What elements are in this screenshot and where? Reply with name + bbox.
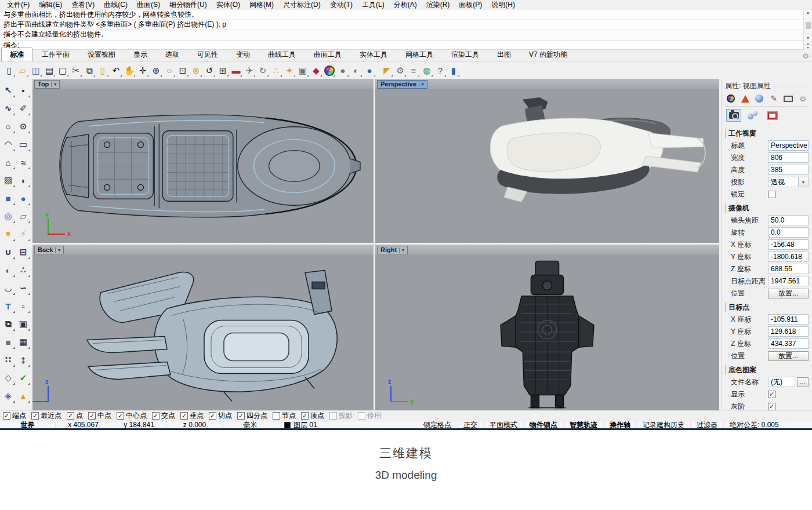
history-bracket-icon[interactable]: ≡ [407,64,420,77]
lock-objects-icon[interactable]: ▣ [296,64,309,77]
tab-select[interactable]: 选取 [157,48,188,61]
camera-place-button[interactable]: 放置... [768,289,809,298]
viewport-back-canvas[interactable]: z x [32,255,374,410]
snap-point[interactable]: ✓点 [67,411,83,421]
menu-panels[interactable]: 面板(P) [454,0,487,10]
tab-visibility[interactable]: 可见性 [188,48,227,61]
circle-icon[interactable]: ○ [1,119,15,133]
viewport-back[interactable]: z x Back ▾ [32,245,374,410]
spin-up-icon[interactable]: ▴ [807,41,809,45]
browse-button[interactable]: ... [797,377,809,387]
grayscale-checkbox[interactable]: ✓ [768,403,775,410]
viewport-title-input[interactable]: Perspective [768,140,809,151]
copy-icon[interactable]: ⧉ [83,64,96,77]
chevron-down-icon[interactable]: ▾ [55,247,60,253]
single-point-icon[interactable]: • [16,83,30,97]
checkbox[interactable]: ✓ [152,412,160,420]
tab-drafting[interactable]: 出图 [488,48,520,61]
ellipse-icon[interactable]: ⊙ [16,119,30,133]
join-icon[interactable]: ∪ [1,245,15,259]
box-icon[interactable]: ■ [1,191,15,205]
monitor-icon[interactable] [784,93,793,104]
viewport-height-input[interactable]: 385 [768,165,809,175]
viewport-perspective-canvas[interactable] [375,89,719,243]
fillet-curve-icon[interactable]: ◡ [1,281,15,295]
polyline-icon[interactable]: ∿ [1,101,15,115]
menu-surface[interactable]: 曲面(S) [132,0,165,10]
split-icon[interactable]: ⊟ [16,245,30,259]
sphere-icon[interactable]: ● [16,191,30,205]
snap-project[interactable]: 投影 [329,411,353,421]
tab-curve-tools[interactable]: 曲线工具 [259,48,304,61]
cut-icon[interactable]: ✂ [70,64,82,77]
viewport-right[interactable]: z y Right ▾ [375,245,719,410]
scroll-down-icon[interactable]: ▾ [807,35,809,41]
gumball-toggle[interactable]: 操作轴 [604,421,637,428]
tab-transform[interactable]: 变动 [227,48,259,61]
paste-icon[interactable]: ▯ [96,64,109,77]
ghosted-sphere-icon[interactable]: ◐ [350,64,362,77]
boolean-union-icon[interactable]: ◐ [1,263,15,277]
osnap-toggle[interactable]: 物件锁点 [524,421,564,428]
menu-render[interactable]: 渲染(R) [422,0,455,10]
rotation-input[interactable]: 0.0 [768,227,809,238]
camera-y-input[interactable]: -1800.618 [768,252,809,262]
tab-render-tools[interactable]: 渲染工具 [443,48,488,61]
texture-sphere-icon[interactable] [755,93,764,104]
pan-view-icon[interactable]: ✋ [123,64,136,77]
checkbox[interactable]: ✓ [67,412,74,420]
extrude-icon[interactable]: ⚡ [16,227,30,241]
target-y-input[interactable]: 129.618 [768,326,809,337]
viewport-width-input[interactable]: 806 [768,152,809,163]
point-cloud-icon[interactable]: ∴ [16,263,30,277]
chevron-down-icon[interactable]: ▾ [399,247,404,253]
filter-toggle[interactable]: 过滤器 [691,421,724,428]
explode-icon[interactable]: ✷ [1,227,15,241]
rectangle-icon[interactable]: ▭ [16,137,30,151]
menu-dimension[interactable]: 尺寸标注(D) [278,0,325,10]
panel-gear-icon[interactable]: ⚙ [798,93,807,104]
snap-tangent[interactable]: ✓切点 [209,411,232,421]
save-file-icon[interactable]: ◫ [30,64,42,77]
smarttrack-toggle[interactable]: 智慧轨迹 [564,421,604,428]
snap-quadrant[interactable]: ✓四分点 [237,411,267,421]
curve-blend-icon[interactable]: ≈ [16,155,30,169]
named-view-icon[interactable]: ✈ [243,64,256,77]
control-point-curve-icon[interactable]: ✐ [16,101,30,115]
open-file-icon[interactable]: ▱ [16,64,29,77]
checkbox[interactable]: ✓ [31,412,39,420]
camera-icon[interactable] [726,109,741,122]
text-object-icon[interactable]: T [1,299,15,313]
print-icon[interactable]: ▤ [43,64,56,77]
zoom-dynamic-icon[interactable]: ◌ [163,64,176,77]
display-mode-car-icon[interactable]: ▬ [230,64,242,77]
shaded-sphere-icon[interactable]: ● [336,64,349,77]
menu-tools[interactable]: 工具(L) [357,0,389,10]
blend-adjust-icon[interactable]: ∽ [16,281,30,295]
viewport-top[interactable]: y x Top ▾ [32,79,374,243]
snap-perpendicular[interactable]: ✓垂点 [180,411,204,421]
menu-curve[interactable]: 曲线(C) [99,0,132,10]
mesh-grid-icon[interactable]: ▦ [16,335,30,349]
loft-icon[interactable]: ◇ [1,371,15,385]
absolute-tolerance[interactable]: 绝对公差: 0.005 [724,421,785,428]
zoom-selected-icon[interactable]: ⊗ [190,64,202,77]
planar-toggle[interactable]: 平面模式 [484,421,524,428]
snap-intersection[interactable]: ✓交点 [152,411,175,421]
snap-near[interactable]: ✓最近点 [31,411,61,421]
material-cone-icon[interactable] [741,93,750,104]
solid-edit-icon[interactable]: ■ [1,335,15,349]
object-snap-points-icon[interactable]: ∴ [270,64,282,77]
point-dot-icon[interactable]: ▫ [16,299,30,313]
menu-edit[interactable]: 编辑(E) [34,0,67,10]
camera-z-input[interactable]: 688.55 [768,264,809,274]
ortho-toggle[interactable]: 正交 [458,421,484,428]
focal-length-input[interactable]: 50.0 [768,215,809,225]
camera-x-input[interactable]: -156.48 [768,239,809,250]
target-distance-input[interactable]: 1947.561 [768,276,809,286]
array-icon[interactable]: ∷ [1,353,15,367]
tab-display[interactable]: 显示 [125,48,156,61]
check-objects-icon[interactable]: ✔ [16,371,30,385]
cplane-pane[interactable]: 世界 [0,421,56,428]
spin-down-icon[interactable]: ▾ [807,45,809,49]
